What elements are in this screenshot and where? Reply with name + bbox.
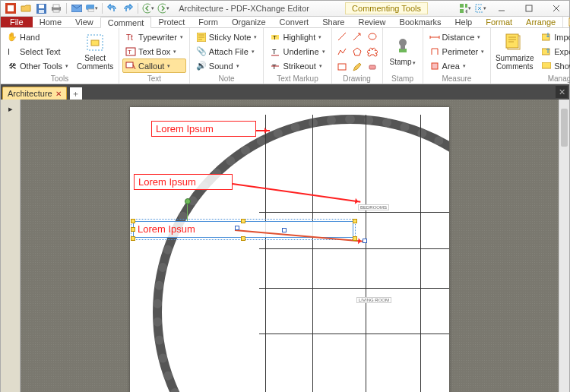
svg-rect-45	[542, 62, 551, 68]
svg-text:Tt: Tt	[126, 33, 133, 42]
oval-tool[interactable]	[366, 30, 379, 43]
svg-text:T: T	[128, 49, 131, 55]
rect-tool[interactable]	[335, 60, 349, 74]
gridline	[259, 248, 449, 249]
perimeter-tool[interactable]: Perimeter▾	[426, 44, 488, 58]
window-title: Architecture - PDF-XChange Editor	[173, 4, 315, 13]
show-icon	[541, 61, 552, 71]
stamp-button[interactable]: Stamp▾	[386, 30, 420, 74]
tab-file[interactable]: File	[1, 17, 33, 27]
scan-icon[interactable]: ▾	[85, 2, 99, 15]
sound-tool[interactable]: 🔊Sound▾	[193, 58, 261, 73]
select-text-tool[interactable]: ISelect Text	[4, 44, 71, 58]
gridline	[259, 212, 449, 213]
maximize-button[interactable]	[516, 1, 542, 16]
open-icon[interactable]	[19, 2, 33, 15]
svg-rect-6	[53, 10, 59, 12]
tab-view[interactable]: View	[68, 17, 100, 27]
other-tools[interactable]: 🛠Other Tools▾	[4, 58, 71, 73]
distance-icon	[429, 32, 440, 43]
redo-icon[interactable]	[121, 2, 135, 15]
tab-organize[interactable]: Organize	[225, 17, 273, 27]
gridline	[265, 115, 266, 392]
scrollbar-thumb[interactable]	[561, 109, 568, 147]
svg-rect-35	[338, 64, 346, 70]
svg-rect-40	[432, 63, 438, 69]
tab-home[interactable]: Home	[33, 17, 68, 27]
gridline	[366, 115, 366, 392]
quick-access-toolbar: ▾ ▾ ▾	[1, 2, 173, 15]
pencil-tool[interactable]	[350, 60, 364, 74]
tab-comment[interactable]: Comment	[100, 17, 152, 28]
print-icon[interactable]	[49, 2, 63, 15]
rotation-handle[interactable]	[185, 198, 191, 204]
stamp-icon	[393, 36, 413, 56]
close-button[interactable]	[543, 1, 569, 16]
distance-tool[interactable]: Distance▾	[426, 30, 488, 44]
app-icon[interactable]	[4, 2, 17, 15]
nav-back-icon[interactable]: ▾	[141, 2, 155, 15]
undo-icon[interactable]	[106, 2, 119, 15]
textbox-tool[interactable]: TText Box▾	[122, 44, 186, 58]
svg-rect-28	[126, 62, 133, 68]
page: BEDROOMS LIVING ROOM Lorem Ipsum Lorem I…	[130, 107, 449, 392]
show-comments[interactable]: Show▾	[538, 58, 570, 73]
add-tab-button[interactable]: ＋	[70, 87, 82, 100]
typewriter-tool[interactable]: TtTypewriter▾	[122, 30, 186, 44]
tab-form[interactable]: Form	[192, 17, 225, 27]
tab-bookmarks[interactable]: Bookmarks	[393, 17, 448, 27]
group-text-markup: THighlight▾ TUnderline▾ TStrikeout▾ Text…	[264, 28, 331, 84]
save-icon[interactable]	[34, 2, 48, 15]
svg-rect-42	[506, 34, 518, 48]
rail-expand-icon[interactable]: ▸	[5, 103, 17, 115]
find-button[interactable]: Find...	[562, 17, 570, 27]
group-note: Sticky Note▾ 📎Attach File▾ 🔊Sound▾ Note	[190, 28, 264, 84]
arrow-tool[interactable]	[350, 30, 364, 43]
cloud-tool[interactable]	[366, 45, 379, 58]
export-comments[interactable]: Export	[538, 44, 570, 58]
minimize-button[interactable]	[489, 1, 515, 16]
ribbon-tabs: File Home View Comment Protect Form Orga…	[1, 17, 569, 28]
document-tabs: Architecture✕ ＋ ✕	[1, 84, 569, 100]
close-all-icon[interactable]: ✕	[556, 86, 568, 98]
svg-rect-24	[91, 40, 99, 46]
tab-help[interactable]: Help	[448, 17, 480, 27]
tab-protect[interactable]: Protect	[151, 17, 192, 27]
svg-point-15	[466, 10, 468, 14]
strikeout-tool[interactable]: TStrikeout▾	[267, 58, 328, 73]
callout-tool[interactable]: Callout▾	[122, 58, 186, 73]
polyline-tool[interactable]	[335, 45, 349, 58]
highlight-tool[interactable]: THighlight▾	[267, 30, 328, 44]
svg-text:T: T	[272, 63, 277, 71]
sticky-note-tool[interactable]: Sticky Note▾	[193, 30, 261, 44]
polygon-tool[interactable]	[350, 45, 364, 58]
import-icon	[541, 32, 552, 43]
launch-icon[interactable]: ▾	[473, 2, 487, 15]
tab-convert[interactable]: Convert	[273, 17, 316, 27]
close-tab-icon[interactable]: ✕	[55, 90, 62, 98]
email-icon[interactable]	[70, 2, 84, 15]
callout-1[interactable]: Lorem Ipsum	[151, 121, 256, 137]
group-text: TtTypewriter▾ TText Box▾ Callout▾ Text	[119, 28, 190, 84]
select-comments[interactable]: Select Comments	[74, 30, 116, 74]
document-tab[interactable]: Architecture✕	[2, 87, 67, 100]
svg-rect-14	[460, 9, 464, 13]
page-canvas[interactable]: BEDROOMS LIVING ROOM Lorem Ipsum Lorem I…	[21, 100, 559, 392]
vertical-scrollbar[interactable]	[559, 100, 569, 392]
underline-tool[interactable]: TUnderline▾	[267, 44, 328, 58]
area-tool[interactable]: Area▾	[426, 58, 488, 73]
eraser-tool[interactable]	[366, 60, 379, 74]
tab-share[interactable]: Share	[315, 17, 351, 27]
tab-arrange[interactable]: Arrange	[519, 17, 562, 27]
ui-options-icon[interactable]: ▾	[458, 2, 472, 15]
import-comments[interactable]: Import	[538, 30, 570, 44]
callout-2[interactable]: Lorem Ipsum	[134, 174, 233, 190]
attach-file-tool[interactable]: 📎Attach File▾	[193, 44, 261, 58]
tab-review[interactable]: Review	[351, 17, 392, 27]
nav-forward-icon[interactable]: ▾	[157, 2, 170, 15]
hand-tool[interactable]: ✋Hand	[4, 30, 71, 44]
summarize-comments[interactable]: Summarize Comments	[494, 30, 535, 74]
line-tool[interactable]	[335, 30, 349, 43]
tab-format[interactable]: Format	[479, 17, 519, 27]
svg-rect-36	[369, 65, 375, 69]
